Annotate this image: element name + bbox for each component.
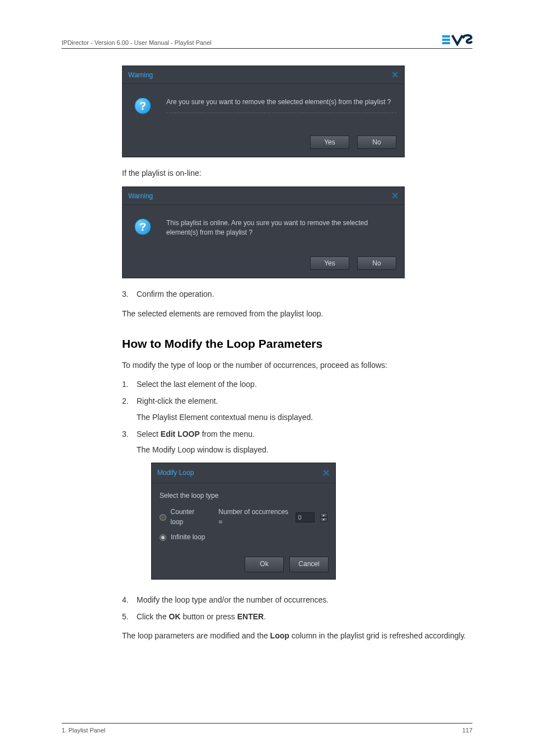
spinner-up-icon[interactable]: ▲ xyxy=(320,513,327,517)
step-number: 2. xyxy=(122,395,137,423)
step-text-bold: OK xyxy=(169,612,181,621)
step-text-post: from the menu. xyxy=(200,430,255,438)
caption-online: If the playlist is on-line: xyxy=(122,167,470,179)
warning-dialog-2: Warning ✕ ? This playlist is online. Are… xyxy=(122,186,405,278)
close-icon[interactable]: ✕ xyxy=(391,190,399,201)
step-text-pre: Select xyxy=(137,430,161,438)
modify-loop-dialog: Modify Loop ✕ Select the loop type Count… xyxy=(151,463,336,580)
counter-loop-label: Counter loop xyxy=(171,507,208,527)
step-number: 1. xyxy=(122,379,137,390)
step-text: Select the last element of the loop. xyxy=(137,379,470,390)
select-loop-type-label: Select the loop type xyxy=(160,491,327,501)
dialog-title: Warning xyxy=(128,192,153,200)
step-item: 4. Modify the loop type and/or the numbe… xyxy=(122,594,470,605)
no-button[interactable]: No xyxy=(357,256,396,270)
warning-dialog-1: Warning ✕ ? Are you sure you want to rem… xyxy=(122,66,405,157)
step-text-bold2: ENTER xyxy=(237,612,264,621)
step-item: 1. Select the last element of the loop. xyxy=(122,379,470,390)
step-text-post: . xyxy=(264,612,266,621)
dialog-title: Warning xyxy=(128,71,153,79)
section-heading: How to Modify the Loop Parameters xyxy=(122,337,470,351)
step-text-mid: button or press xyxy=(181,612,237,621)
svg-rect-2 xyxy=(442,42,450,44)
infinite-loop-radio[interactable] xyxy=(160,534,166,541)
step-text-bold: Edit LOOP xyxy=(161,430,200,438)
step-subtext: The Modify Loop window is displayed. xyxy=(137,444,470,455)
occurrences-label: Number of occurrences = xyxy=(218,507,291,527)
dialog-message: This playlist is online. Are you sure yo… xyxy=(166,216,396,243)
infinite-loop-label: Infinite loop xyxy=(171,533,205,542)
close-icon[interactable]: ✕ xyxy=(322,466,330,479)
result-text-2: The loop parameters are modified and the… xyxy=(122,630,470,641)
page-header: IPDirector - Version 6.00 - User Manual … xyxy=(62,34,472,49)
occurrences-input[interactable] xyxy=(296,512,315,522)
spinner-down-icon[interactable]: ▼ xyxy=(320,517,327,522)
yes-button[interactable]: Yes xyxy=(310,136,349,149)
intro-text: To modify the type of loop or the number… xyxy=(122,360,470,371)
svg-rect-0 xyxy=(442,35,450,38)
step-number: 3. xyxy=(122,288,137,300)
step-number: 3. xyxy=(122,428,137,589)
question-icon: ? xyxy=(134,97,151,114)
step-item: 5. Click the OK button or press ENTER. xyxy=(122,611,470,622)
step-item: 3. Confirm the operation. xyxy=(122,288,470,300)
result-text: The selected elements are removed from t… xyxy=(122,308,470,319)
evs-logo xyxy=(442,34,472,46)
step-text: Right-click the element. xyxy=(137,396,218,405)
no-button[interactable]: No xyxy=(357,136,396,149)
yes-button[interactable]: Yes xyxy=(310,256,349,270)
header-text: IPDirector - Version 6.00 - User Manual … xyxy=(62,39,212,46)
step-subtext: The Playlist Element contextual menu is … xyxy=(137,412,470,423)
step-text-pre: Click the xyxy=(137,612,169,621)
step-number: 5. xyxy=(122,611,137,622)
cancel-button[interactable]: Cancel xyxy=(289,557,329,572)
footer-left: 1. Playlist Panel xyxy=(62,727,105,734)
dialog-message: Are you sure you want to remove the sele… xyxy=(166,95,396,113)
question-icon: ? xyxy=(134,218,151,235)
footer-page-number: 117 xyxy=(462,727,472,734)
counter-loop-radio[interactable] xyxy=(160,514,166,521)
ok-button[interactable]: Ok xyxy=(245,557,284,572)
svg-rect-1 xyxy=(442,39,450,41)
step-item: 3. Select Edit LOOP from the menu. The M… xyxy=(122,428,470,589)
dialog-title: Modify Loop xyxy=(157,468,194,478)
step-number: 4. xyxy=(122,594,137,605)
step-item: 2. Right-click the element. The Playlist… xyxy=(122,395,470,423)
close-icon[interactable]: ✕ xyxy=(391,69,399,80)
page-footer: 1. Playlist Panel 117 xyxy=(62,723,472,734)
step-text: Modify the loop type and/or the number o… xyxy=(137,594,470,605)
step-text: Confirm the operation. xyxy=(137,288,470,300)
